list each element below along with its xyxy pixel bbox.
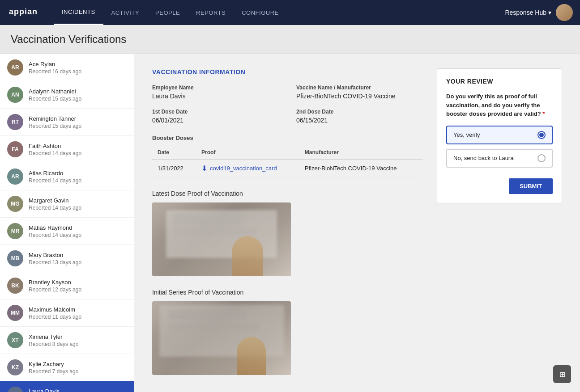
initial-series-title: Initial Series Proof of Vaccination	[152, 289, 422, 296]
sidebar-person-3[interactable]: FAFaith AshtonReported 14 days ago	[0, 136, 134, 163]
vaccine-name-label: Vaccine Name / Manufacturer	[296, 84, 422, 91]
person-avatar-7: MB	[7, 250, 23, 266]
sidebar-person-0[interactable]: ARAce RylanReported 16 days ago	[0, 54, 134, 81]
nav-items: INCIDENTS ACTIVITY PEOPLE REPORTS CONFIG…	[54, 0, 505, 25]
latest-dose-image[interactable]	[152, 202, 291, 276]
review-option-yes[interactable]: Yes, verify	[446, 126, 553, 144]
person-reported-11: Reported 7 days ago	[29, 368, 127, 375]
sidebar-person-9[interactable]: MMMaximus MalcolmReported 11 days ago	[0, 299, 134, 327]
person-name-4: Atlas Ricardo	[29, 170, 127, 177]
vaccine-name-value: Pfizer-BioNTech COVID-19 Vaccine	[296, 93, 422, 100]
person-reported-5: Reported 14 days ago	[29, 205, 127, 211]
person-reported-6: Reported 14 days ago	[29, 232, 127, 238]
vaccination-card-link[interactable]: ⬇ covid19_vaccination_card	[201, 164, 294, 173]
nav-reports[interactable]: REPORTS	[188, 0, 234, 25]
latest-dose-section: Latest Dose Proof of Vaccination	[152, 190, 422, 276]
nav-incidents[interactable]: INCIDENTS	[54, 0, 103, 25]
person-info-5: Margaret GavinReported 14 days ago	[29, 197, 127, 211]
main-content: VACCINATION INFORMATION Employee Name La…	[152, 68, 422, 379]
nav-configure[interactable]: CONFIGURE	[234, 0, 287, 25]
person-name-7: Mary Braxton	[29, 252, 127, 258]
person-name-3: Faith Ashton	[29, 143, 127, 149]
person-name-0: Ace Rylan	[29, 61, 127, 67]
booster-section: Booster Doses Date Proof Manufacturer 1/…	[152, 135, 422, 177]
help-button[interactable]: ⊞	[553, 365, 571, 383]
person-info-1: Adalynn NathanielReported 15 days ago	[29, 88, 127, 102]
dose1-label: 1st Dose Date	[152, 109, 278, 115]
page-title: Vaccination Verifications	[11, 33, 569, 46]
person-avatar-2: RT	[7, 114, 23, 130]
person-avatar-3: FA	[7, 141, 23, 157]
person-name-9: Maximus Malcolm	[29, 306, 127, 313]
download-icon: ⬇	[201, 164, 207, 173]
content-area: VACCINATION INFORMATION Employee Name La…	[134, 54, 580, 392]
initial-series-image[interactable]	[152, 301, 291, 375]
person-reported-3: Reported 14 days ago	[29, 150, 127, 156]
booster-table: Date Proof Manufacturer 1/31/2022 ⬇	[152, 146, 422, 177]
person-info-7: Mary BraxtonReported 13 days ago	[29, 252, 127, 266]
radio-yes[interactable]	[537, 131, 546, 139]
sidebar-person-1[interactable]: ANAdalynn NathanielReported 15 days ago	[0, 81, 134, 109]
review-panel-title: YOUR REVIEW	[446, 78, 553, 85]
person-info-3: Faith AshtonReported 14 days ago	[29, 143, 127, 156]
response-hub-button[interactable]: Response Hub ▾	[505, 9, 551, 16]
logo-text: appian	[7, 5, 43, 20]
nav-right: Response Hub ▾	[505, 4, 573, 21]
person-avatar-1: AN	[7, 87, 23, 103]
person-avatar-8: BK	[7, 278, 23, 294]
help-icon: ⊞	[559, 370, 565, 379]
person-info-4: Atlas RicardoReported 14 days ago	[29, 170, 127, 184]
dose1-value: 06/01/2021	[152, 117, 278, 124]
section-title: VACCINATION INFORMATION	[152, 68, 422, 76]
person-reported-10: Reported 8 days ago	[29, 341, 127, 347]
person-reported-1: Reported 15 days ago	[29, 96, 127, 102]
person-info-10: Ximena TylerReported 8 days ago	[29, 333, 127, 347]
sidebar-person-12[interactable]: LDLaura DavisReported today›	[0, 381, 134, 392]
person-reported-4: Reported 14 days ago	[29, 177, 127, 184]
dose2-label: 2nd Dose Date	[296, 109, 422, 115]
sidebar-person-7[interactable]: MBMary BraxtonReported 13 days ago	[0, 245, 134, 272]
person-name-1: Adalynn Nathaniel	[29, 88, 127, 95]
person-avatar-10: XT	[7, 332, 23, 348]
nav-people[interactable]: PEOPLE	[147, 0, 188, 25]
person-reported-0: Reported 16 days ago	[29, 68, 127, 75]
person-name-12: Laura Davis	[29, 388, 119, 392]
app-logo[interactable]: appian	[7, 5, 43, 20]
nav-bar: appian INCIDENTS ACTIVITY PEOPLE REPORTS…	[0, 0, 580, 25]
user-avatar[interactable]	[556, 4, 573, 21]
nav-activity[interactable]: ACTIVITY	[103, 0, 148, 25]
sidebar-person-8[interactable]: BKBrantley KaysonReported 12 days ago	[0, 272, 134, 299]
person-reported-7: Reported 13 days ago	[29, 259, 127, 266]
review-panel: YOUR REVIEW Do you verify this as proof …	[437, 68, 562, 203]
person-info-12: Laura DavisReported today	[29, 388, 119, 392]
option-yes-label: Yes, verify	[453, 131, 480, 138]
person-avatar-0: AR	[7, 59, 23, 76]
submit-button[interactable]: SUBMIT	[509, 178, 553, 194]
person-avatar-9: MM	[7, 305, 23, 321]
sidebar-person-11[interactable]: KZKylie ZacharyReported 7 days ago	[0, 354, 134, 381]
dose2-field: 2nd Dose Date 06/15/2021	[296, 109, 422, 124]
person-info-6: Matias RaymondReported 14 days ago	[29, 224, 127, 238]
employee-name-label: Employee Name	[152, 84, 278, 91]
sidebar-person-2[interactable]: RTRemington TannerReported 15 days ago	[0, 109, 134, 136]
sidebar: ARAce RylanReported 16 days agoANAdalynn…	[0, 54, 134, 392]
person-avatar-4: AR	[7, 169, 23, 185]
review-option-no[interactable]: No, send back to Laura	[446, 149, 553, 168]
sidebar-person-6[interactable]: MRMatias RaymondReported 14 days ago	[0, 218, 134, 245]
vaccine-name-field: Vaccine Name / Manufacturer Pfizer-BioNT…	[296, 84, 422, 100]
dose1-field: 1st Dose Date 06/01/2021	[152, 109, 278, 124]
sidebar-person-4[interactable]: ARAtlas RicardoReported 14 days ago	[0, 163, 134, 190]
sidebar-person-10[interactable]: XTXimena TylerReported 8 days ago	[0, 327, 134, 354]
sidebar-person-5[interactable]: MGMargaret GavinReported 14 days ago	[0, 190, 134, 218]
booster-proof[interactable]: ⬇ covid19_vaccination_card	[196, 160, 299, 177]
required-marker: *	[542, 110, 545, 117]
booster-title: Booster Doses	[152, 135, 422, 141]
person-name-6: Matias Raymond	[29, 224, 127, 231]
person-name-2: Remington Tanner	[29, 115, 127, 122]
page-title-bar: Vaccination Verifications	[0, 25, 580, 54]
person-info-0: Ace RylanReported 16 days ago	[29, 61, 127, 75]
radio-no[interactable]	[537, 154, 546, 162]
person-info-11: Kylie ZacharyReported 7 days ago	[29, 361, 127, 375]
dose2-value: 06/15/2021	[296, 117, 422, 124]
latest-dose-title: Latest Dose Proof of Vaccination	[152, 190, 422, 197]
